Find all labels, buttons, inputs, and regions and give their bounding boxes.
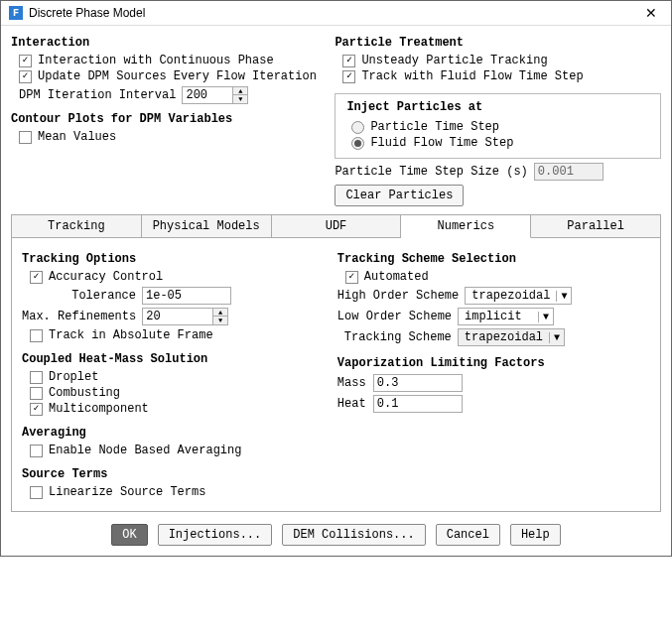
checkbox-linearize[interactable]	[30, 486, 43, 499]
checkbox-automated[interactable]	[345, 271, 358, 284]
label-continuous-phase: Interaction with Continuous Phase	[38, 54, 274, 67]
radio-fluid-ts	[351, 137, 364, 150]
label-track-fluid: Track with Fluid Flow Time Step	[361, 69, 583, 83]
input-ts-size	[534, 163, 604, 181]
tab-udf[interactable]: UDF	[272, 214, 402, 238]
tab-parallel[interactable]: Parallel	[531, 214, 661, 238]
label-mean-values: Mean Values	[38, 130, 116, 144]
chevron-down-icon: ▼	[556, 291, 571, 302]
tab-tracking[interactable]: Tracking	[11, 214, 142, 238]
coupled-title: Coupled Heat-Mass Solution	[22, 352, 324, 366]
label-absolute-frame: Track in Absolute Frame	[49, 328, 213, 342]
label-mass: Mass	[337, 376, 367, 390]
contour-title: Contour Plots for DPM Variables	[11, 112, 323, 126]
checkbox-continuous-phase[interactable]	[19, 55, 32, 67]
dialog-window: F Discrete Phase Model ✕ Interaction Int…	[0, 0, 672, 557]
input-mass[interactable]	[373, 374, 463, 392]
tab-physical-models[interactable]: Physical Models	[142, 214, 272, 238]
source-terms-title: Source Terms	[22, 467, 324, 481]
checkbox-combusting[interactable]	[30, 387, 43, 400]
checkbox-node-averaging[interactable]	[30, 445, 43, 457]
spinner-up-icon[interactable]: ▲	[213, 309, 227, 317]
interaction-title: Interaction	[11, 36, 323, 50]
checkbox-accuracy[interactable]	[30, 271, 43, 284]
vaporization-title: Vaporization Limiting Factors	[337, 356, 650, 370]
button-bar: OK Injections... DEM Collisions... Cance…	[11, 524, 661, 546]
tab-content-numerics: Tracking Options Accuracy Control Tolera…	[11, 238, 661, 512]
tracking-scheme-title: Tracking Scheme Selection	[337, 252, 650, 266]
spinner-dpm-iter[interactable]: ▲ ▼	[182, 86, 248, 104]
label-particle-ts: Particle Time Step	[370, 120, 499, 134]
spinner-max-ref[interactable]: ▲ ▼	[142, 308, 228, 325]
app-icon: F	[9, 6, 23, 20]
input-heat[interactable]	[373, 395, 463, 413]
clear-particles-button[interactable]: Clear Particles	[335, 185, 464, 206]
label-low-scheme: Low Order Scheme	[337, 310, 452, 323]
value-low-scheme: implicit	[459, 309, 538, 324]
cancel-button[interactable]: Cancel	[436, 524, 500, 546]
dropdown-low-scheme[interactable]: implicit ▼	[458, 308, 554, 325]
value-high-scheme: trapezoidal	[466, 288, 556, 304]
label-combusting: Combusting	[49, 386, 120, 400]
injections-button[interactable]: Injections...	[158, 524, 273, 546]
label-unsteady: Unsteady Particle Tracking	[361, 54, 547, 67]
label-max-ref: Max. Refinements	[22, 310, 136, 323]
averaging-title: Averaging	[22, 426, 324, 440]
chevron-down-icon: ▼	[549, 332, 564, 343]
spinner-up-icon[interactable]: ▲	[233, 87, 247, 95]
inject-title: Inject Particles at	[343, 100, 485, 114]
particle-treatment-title: Particle Treatment	[335, 36, 661, 50]
spinner-down-icon[interactable]: ▼	[213, 317, 227, 324]
help-button[interactable]: Help	[510, 524, 561, 546]
label-node-averaging: Enable Node Based Averaging	[49, 444, 241, 457]
checkbox-absolute-frame[interactable]	[30, 329, 43, 342]
ok-button[interactable]: OK	[111, 524, 147, 546]
label-dpm-iter: DPM Iteration Interval	[19, 88, 176, 102]
label-linearize: Linearize Source Terms	[49, 485, 205, 499]
radio-particle-ts	[351, 121, 364, 134]
tracking-options-title: Tracking Options	[22, 252, 324, 266]
label-heat: Heat	[337, 397, 367, 411]
checkbox-track-fluid[interactable]	[342, 70, 355, 83]
checkbox-unsteady[interactable]	[342, 55, 355, 67]
label-tolerance: Tolerance	[22, 289, 136, 303]
titlebar: F Discrete Phase Model ✕	[1, 1, 671, 26]
input-max-ref[interactable]	[143, 309, 212, 324]
label-update-sources: Update DPM Sources Every Flow Iteration	[38, 69, 317, 83]
checkbox-multicomponent[interactable]	[30, 403, 43, 416]
value-tracking-scheme: trapezoidal	[459, 329, 549, 345]
window-title: Discrete Phase Model	[29, 6, 639, 20]
dropdown-high-scheme[interactable]: trapezoidal ▼	[465, 287, 572, 305]
label-tracking-scheme: Tracking Scheme	[337, 330, 452, 344]
tab-numerics[interactable]: Numerics	[401, 214, 531, 238]
dropdown-tracking-scheme: trapezoidal ▼	[458, 328, 565, 346]
label-high-scheme: High Order Scheme	[337, 289, 459, 303]
chevron-down-icon: ▼	[538, 312, 553, 322]
label-ts-size: Particle Time Step Size (s)	[335, 165, 527, 179]
label-multicomponent: Multicomponent	[49, 402, 149, 416]
close-icon[interactable]: ✕	[639, 5, 663, 21]
label-automated: Automated	[364, 270, 429, 284]
checkbox-droplet[interactable]	[30, 371, 43, 384]
label-accuracy: Accuracy Control	[49, 270, 163, 284]
dem-collisions-button[interactable]: DEM Collisions...	[282, 524, 425, 546]
label-droplet: Droplet	[49, 370, 98, 384]
checkbox-mean-values[interactable]	[19, 131, 32, 144]
checkbox-update-sources[interactable]	[19, 70, 32, 83]
input-dpm-iter[interactable]	[183, 87, 232, 103]
spinner-down-icon[interactable]: ▼	[233, 95, 247, 103]
label-fluid-ts: Fluid Flow Time Step	[370, 136, 513, 150]
input-tolerance[interactable]	[142, 287, 231, 305]
tab-bar: Tracking Physical Models UDF Numerics Pa…	[11, 214, 661, 238]
